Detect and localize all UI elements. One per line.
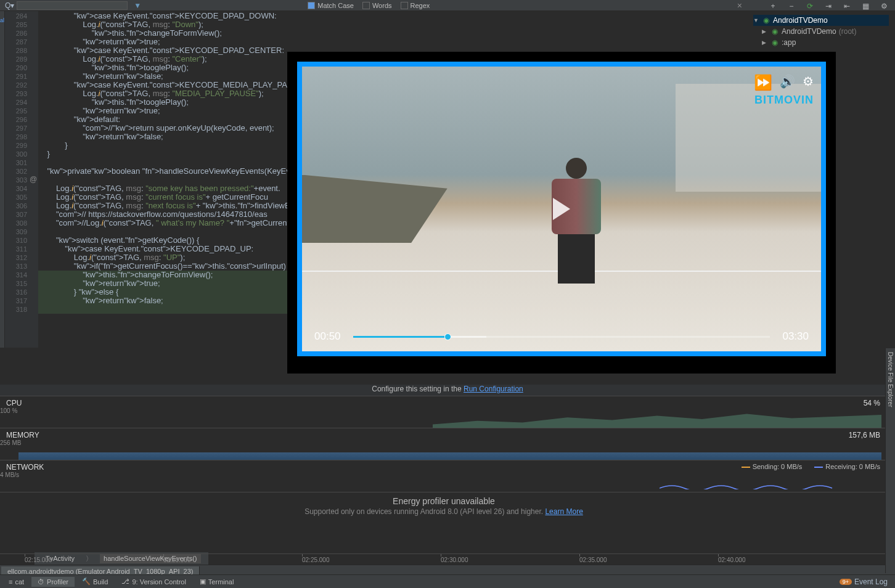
settings-icon[interactable]: ⚙ (879, 1, 889, 11)
memory-profiler[interactable]: MEMORY 256 MB 157,6 MB (0, 428, 888, 460)
tree-module[interactable]: AndroidTVDemo (782, 27, 836, 36)
emulator-window: ⏩ 🔊 ⚙ BITMOVIN 00:50 03:30 (287, 52, 836, 374)
collapse-icon[interactable]: ⇥ (823, 1, 833, 11)
words-checkbox[interactable]: Words (362, 2, 392, 9)
code-editor[interactable]: 284 "kw">case KeyEvent."const">KEYCODE_D… (5, 11, 296, 348)
volume-icon[interactable]: 🔊 (780, 74, 795, 91)
words-label: Words (372, 2, 392, 9)
override-mark[interactable]: @ (30, 175, 37, 184)
timeline[interactable]: 02:15.00002:20.00002:25.00002:30.00002:3… (0, 553, 888, 566)
matchcase-label: Match Case (317, 2, 354, 9)
terminal-tab[interactable]: ▣Terminal (194, 576, 240, 587)
logcat-tab[interactable]: ≡cat (2, 577, 30, 587)
build-tab[interactable]: 🔨Build (76, 576, 114, 587)
left-gutter: al (0, 11, 5, 348)
collapse2-icon[interactable]: ⇤ (842, 1, 852, 11)
energy-profiler: Energy profiler unavailable Supported on… (0, 492, 888, 525)
play-button[interactable] (546, 194, 577, 224)
gear-icon[interactable]: ⚙ (803, 74, 814, 91)
cpu-profiler[interactable]: CPU 100 % 54 % (0, 396, 888, 428)
event-log[interactable]: 9+Event Log (840, 578, 893, 586)
close-icon[interactable]: × (737, 1, 742, 10)
cast-icon[interactable]: ⏩ (754, 74, 772, 91)
tree-app[interactable]: :app (782, 38, 796, 47)
minus-icon[interactable]: − (787, 1, 796, 11)
search-icon: Q▾ (5, 1, 14, 10)
learn-more-link[interactable]: Learn More (545, 507, 582, 516)
device-explorer-tab[interactable]: Device File Explorer (885, 348, 895, 573)
plus-icon[interactable]: + (768, 1, 778, 11)
matchcase-checkbox[interactable]: Match Case (308, 2, 354, 9)
config-hint: Configure this setting in the Run Config… (0, 385, 895, 396)
bitmovin-logo: BITMOVIN (754, 94, 814, 107)
network-profiler[interactable]: NETWORK 4 MB/s Sending: 0 MB/s Receiving… (0, 460, 888, 492)
vcs-tab[interactable]: ⎇9: Version Control (115, 576, 192, 587)
tree-root[interactable]: AndroidTVDemo (773, 16, 828, 25)
run-config-link[interactable]: Run Configuration (464, 385, 523, 393)
sync-icon[interactable]: ⟳ (805, 1, 815, 11)
duration: 03:30 (782, 330, 809, 343)
regex-checkbox[interactable]: Regex (401, 2, 430, 9)
expand-icon[interactable]: ▦ (860, 1, 870, 11)
filter-icon[interactable]: ▼ (134, 1, 141, 10)
profiler-tab[interactable]: ⏱Profiler (31, 577, 75, 587)
progress-bar[interactable] (353, 336, 770, 338)
current-time: 00:50 (314, 330, 341, 343)
search-input[interactable] (17, 1, 128, 10)
regex-label: Regex (411, 2, 430, 9)
project-tree[interactable]: ▼◉AndroidTVDemo ▶◉AndroidTVDemo (root) ▶… (753, 15, 889, 48)
